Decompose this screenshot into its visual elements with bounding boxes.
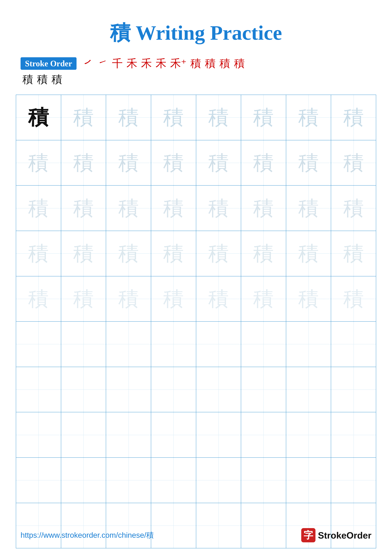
grid-cell-9-4[interactable] [151,458,196,503]
grid-cell-3-7: 積 [286,186,331,231]
grid-cell-4-5: 積 [196,231,241,276]
grid-cell-5-4: 積 [151,276,196,321]
grid-cell-8-4[interactable] [151,412,196,457]
grid-cell-9-5[interactable] [196,458,241,503]
stroke-6: 禾 [154,56,168,71]
grid-cell-4-1: 積 [16,231,61,276]
grid-cell-4-2: 積 [61,231,106,276]
grid-cell-3-2: 積 [61,186,106,231]
grid-cell-4-8: 積 [331,231,376,276]
footer-logo: 字 StrokeOrder [301,528,371,542]
grid-cell-1-8: 積 [331,95,376,140]
grid-cell-9-3[interactable] [106,458,151,503]
stroke-order-row: Stroke Order ㇒ ㇀ 千 禾 禾 禾 禾⁺ 積 積 積 積 [21,56,371,71]
stroke-order-badge: Stroke Order [21,57,77,70]
title-character: 積 [110,21,131,44]
stroke-11: 積 [232,56,247,71]
stroke-4: 禾 [125,56,139,71]
stroke-3: 千 [110,56,125,71]
stroke-7: 禾⁺ [168,56,188,71]
grid-cell-6-5[interactable] [196,322,241,367]
grid-cell-8-7[interactable] [286,412,331,457]
grid-cell-9-7[interactable] [286,458,331,503]
grid-cell-3-5: 積 [196,186,241,231]
grid-row-7 [16,367,376,412]
grid-cell-4-7: 積 [286,231,331,276]
grid-cell-5-6: 積 [241,276,286,321]
grid-cell-7-6[interactable] [241,367,286,412]
grid-cell-5-1: 積 [16,276,61,321]
grid-cell-6-7[interactable] [286,322,331,367]
grid-row-4: 積 積 積 積 積 積 積 積 [16,231,376,276]
grid-cell-8-6[interactable] [241,412,286,457]
grid-row-5: 積 積 積 積 積 積 積 積 [16,276,376,322]
stroke-5: 禾 [139,56,154,71]
grid-cell-2-7: 積 [286,140,331,185]
page-title: 積 Writing Practice [0,0,392,56]
grid-cell-8-1[interactable] [16,412,61,457]
grid-cell-1-6: 積 [241,95,286,140]
grid-cell-7-7[interactable] [286,367,331,412]
grid-cell-1-3: 積 [106,95,151,140]
stroke-8: 積 [188,56,203,71]
title-text: Writing Practice [131,21,282,44]
grid-cell-7-5[interactable] [196,367,241,412]
grid-cell-6-1[interactable] [16,322,61,367]
grid-cell-2-3: 積 [106,140,151,185]
grid-cell-1-7: 積 [286,95,331,140]
grid-cell-8-8[interactable] [331,412,376,457]
grid-cell-7-2[interactable] [61,367,106,412]
grid-cell-6-6[interactable] [241,322,286,367]
grid-cell-6-4[interactable] [151,322,196,367]
grid-cell-9-6[interactable] [241,458,286,503]
grid-cell-9-1[interactable] [16,458,61,503]
grid-cell-7-3[interactable] [106,367,151,412]
grid-cell-9-2[interactable] [61,458,106,503]
grid-cell-5-7: 積 [286,276,331,321]
grid-cell-3-6: 積 [241,186,286,231]
grid-cell-7-8[interactable] [331,367,376,412]
stroke-chars: ㇒ ㇀ 千 禾 禾 禾 禾⁺ 積 積 積 積 [81,56,247,71]
grid-cell-6-8[interactable] [331,322,376,367]
grid-cell-3-4: 積 [151,186,196,231]
grid-cell-2-8: 積 [331,140,376,185]
stroke-overflow-row: 積 積 積 [21,72,371,87]
grid-cell-4-6: 積 [241,231,286,276]
grid-row-1: 積 積 積 積 積 積 積 積 [16,95,376,140]
grid-cell-2-6: 積 [241,140,286,185]
footer-logo-icon: 字 [301,528,315,542]
grid-cell-3-1: 積 [16,186,61,231]
grid-cell-3-8: 積 [331,186,376,231]
grid-row-6 [16,322,376,367]
grid-cell-2-4: 積 [151,140,196,185]
grid-cell-6-2[interactable] [61,322,106,367]
grid-cell-4-3: 積 [106,231,151,276]
grid-cell-7-1[interactable] [16,367,61,412]
grid-cell-8-3[interactable] [106,412,151,457]
stroke-13: 積 [35,72,50,87]
grid-cell-7-4[interactable] [151,367,196,412]
grid-cell-3-3: 積 [106,186,151,231]
grid-row-3: 積 積 積 積 積 積 積 積 [16,186,376,231]
grid-cell-9-8[interactable] [331,458,376,503]
grid-cell-5-5: 積 [196,276,241,321]
grid-cell-1-2: 積 [61,95,106,140]
grid-row-8 [16,412,376,458]
stroke-9: 積 [203,56,218,71]
grid-cell-1-4: 積 [151,95,196,140]
grid-cell-1-1: 積 [16,95,61,140]
practice-grid-container: 積 積 積 積 積 積 積 積 [0,95,392,548]
stroke-order-section: Stroke Order ㇒ ㇀ 千 禾 禾 禾 禾⁺ 積 積 積 積 積 積 … [0,56,392,87]
footer-url[interactable]: https://www.strokeorder.com/chinese/積 [21,530,154,540]
footer: https://www.strokeorder.com/chinese/積 字 … [0,528,392,542]
stroke-10: 積 [218,56,232,71]
grid-cell-5-3: 積 [106,276,151,321]
grid-cell-6-3[interactable] [106,322,151,367]
grid-cell-5-2: 積 [61,276,106,321]
stroke-2: ㇀ [95,56,110,71]
grid-cell-5-8: 積 [331,276,376,321]
grid-cell-2-1: 積 [16,140,61,185]
practice-grid: 積 積 積 積 積 積 積 積 [16,95,376,548]
grid-cell-8-2[interactable] [61,412,106,457]
grid-cell-8-5[interactable] [196,412,241,457]
